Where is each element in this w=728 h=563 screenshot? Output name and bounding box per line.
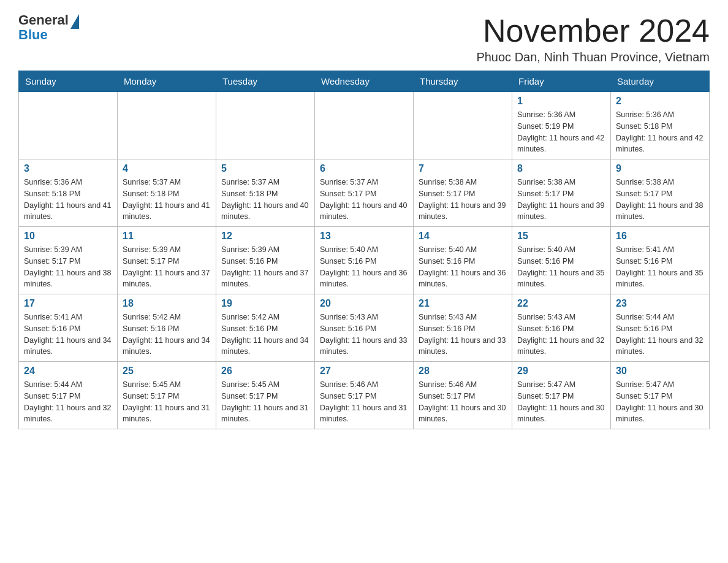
calendar-cell: 11Sunrise: 5:39 AM Sunset: 5:17 PM Dayli… <box>118 227 216 294</box>
day-number: 6 <box>320 163 408 174</box>
calendar-cell: 3Sunrise: 5:36 AM Sunset: 5:18 PM Daylig… <box>19 159 118 227</box>
day-header-tuesday: Tuesday <box>216 71 315 92</box>
calendar-cell: 30Sunrise: 5:47 AM Sunset: 5:17 PM Dayli… <box>611 362 710 429</box>
calendar-cell: 19Sunrise: 5:42 AM Sunset: 5:16 PM Dayli… <box>216 294 315 362</box>
logo-triangle-icon <box>70 14 79 29</box>
day-info: Sunrise: 5:42 AM Sunset: 5:16 PM Dayligh… <box>221 312 309 358</box>
day-number: 29 <box>517 366 605 377</box>
day-info: Sunrise: 5:44 AM Sunset: 5:17 PM Dayligh… <box>24 379 112 425</box>
calendar-cell: 13Sunrise: 5:40 AM Sunset: 5:16 PM Dayli… <box>315 227 414 294</box>
week-row-3: 10Sunrise: 5:39 AM Sunset: 5:17 PM Dayli… <box>19 227 710 294</box>
calendar-cell: 12Sunrise: 5:39 AM Sunset: 5:16 PM Dayli… <box>216 227 315 294</box>
day-header-wednesday: Wednesday <box>315 71 414 92</box>
day-number: 3 <box>24 163 112 174</box>
calendar-cell: 17Sunrise: 5:41 AM Sunset: 5:16 PM Dayli… <box>19 294 118 362</box>
day-number: 7 <box>419 163 507 174</box>
day-info: Sunrise: 5:46 AM Sunset: 5:17 PM Dayligh… <box>320 379 408 425</box>
calendar-cell: 14Sunrise: 5:40 AM Sunset: 5:16 PM Dayli… <box>414 227 512 294</box>
day-header-sunday: Sunday <box>19 71 118 92</box>
calendar-cell <box>414 92 512 159</box>
day-number: 1 <box>517 96 605 107</box>
day-info: Sunrise: 5:36 AM Sunset: 5:18 PM Dayligh… <box>616 109 704 155</box>
day-number: 22 <box>517 298 605 309</box>
day-number: 18 <box>123 298 211 309</box>
logo-blue-text: Blue <box>18 27 48 43</box>
calendar-cell: 7Sunrise: 5:38 AM Sunset: 5:17 PM Daylig… <box>414 159 512 227</box>
calendar-cell: 18Sunrise: 5:42 AM Sunset: 5:16 PM Dayli… <box>118 294 216 362</box>
logo: General Blue <box>18 12 79 43</box>
day-info: Sunrise: 5:45 AM Sunset: 5:17 PM Dayligh… <box>123 379 211 425</box>
day-info: Sunrise: 5:43 AM Sunset: 5:16 PM Dayligh… <box>419 312 507 358</box>
calendar-cell: 24Sunrise: 5:44 AM Sunset: 5:17 PM Dayli… <box>19 362 118 429</box>
calendar-header-row: SundayMondayTuesdayWednesdayThursdayFrid… <box>19 71 710 92</box>
day-info: Sunrise: 5:36 AM Sunset: 5:19 PM Dayligh… <box>517 109 605 155</box>
day-number: 25 <box>123 366 211 377</box>
calendar-cell: 2Sunrise: 5:36 AM Sunset: 5:18 PM Daylig… <box>611 92 710 159</box>
day-number: 23 <box>616 298 704 309</box>
day-number: 13 <box>320 231 408 242</box>
calendar-cell: 16Sunrise: 5:41 AM Sunset: 5:16 PM Dayli… <box>611 227 710 294</box>
day-number: 26 <box>221 366 309 377</box>
day-number: 19 <box>221 298 309 309</box>
calendar-cell: 9Sunrise: 5:38 AM Sunset: 5:17 PM Daylig… <box>611 159 710 227</box>
day-number: 16 <box>616 231 704 242</box>
day-info: Sunrise: 5:37 AM Sunset: 5:17 PM Dayligh… <box>320 177 408 223</box>
week-row-1: 1Sunrise: 5:36 AM Sunset: 5:19 PM Daylig… <box>19 92 710 159</box>
calendar-cell: 23Sunrise: 5:44 AM Sunset: 5:16 PM Dayli… <box>611 294 710 362</box>
day-info: Sunrise: 5:43 AM Sunset: 5:16 PM Dayligh… <box>517 312 605 358</box>
day-info: Sunrise: 5:44 AM Sunset: 5:16 PM Dayligh… <box>616 312 704 358</box>
day-info: Sunrise: 5:46 AM Sunset: 5:17 PM Dayligh… <box>419 379 507 425</box>
day-number: 30 <box>616 366 704 377</box>
calendar-cell <box>19 92 118 159</box>
day-info: Sunrise: 5:37 AM Sunset: 5:18 PM Dayligh… <box>123 177 211 223</box>
day-number: 17 <box>24 298 112 309</box>
calendar-cell: 26Sunrise: 5:45 AM Sunset: 5:17 PM Dayli… <box>216 362 315 429</box>
day-info: Sunrise: 5:41 AM Sunset: 5:16 PM Dayligh… <box>24 312 112 358</box>
day-info: Sunrise: 5:45 AM Sunset: 5:17 PM Dayligh… <box>221 379 309 425</box>
day-number: 4 <box>123 163 211 174</box>
calendar-cell <box>118 92 216 159</box>
day-info: Sunrise: 5:42 AM Sunset: 5:16 PM Dayligh… <box>123 312 211 358</box>
day-info: Sunrise: 5:40 AM Sunset: 5:16 PM Dayligh… <box>517 244 605 290</box>
title-area: November 2024 Phuoc Dan, Ninh Thuan Prov… <box>476 12 710 64</box>
day-header-monday: Monday <box>118 71 216 92</box>
day-number: 28 <box>419 366 507 377</box>
calendar-cell: 29Sunrise: 5:47 AM Sunset: 5:17 PM Dayli… <box>512 362 611 429</box>
day-info: Sunrise: 5:39 AM Sunset: 5:17 PM Dayligh… <box>123 244 211 290</box>
day-info: Sunrise: 5:39 AM Sunset: 5:16 PM Dayligh… <box>221 244 309 290</box>
calendar-cell: 1Sunrise: 5:36 AM Sunset: 5:19 PM Daylig… <box>512 92 611 159</box>
day-info: Sunrise: 5:40 AM Sunset: 5:16 PM Dayligh… <box>419 244 507 290</box>
week-row-5: 24Sunrise: 5:44 AM Sunset: 5:17 PM Dayli… <box>19 362 710 429</box>
day-info: Sunrise: 5:47 AM Sunset: 5:17 PM Dayligh… <box>616 379 704 425</box>
day-info: Sunrise: 5:43 AM Sunset: 5:16 PM Dayligh… <box>320 312 408 358</box>
day-number: 10 <box>24 231 112 242</box>
calendar-cell: 10Sunrise: 5:39 AM Sunset: 5:17 PM Dayli… <box>19 227 118 294</box>
day-info: Sunrise: 5:36 AM Sunset: 5:18 PM Dayligh… <box>24 177 112 223</box>
day-number: 11 <box>123 231 211 242</box>
day-info: Sunrise: 5:47 AM Sunset: 5:17 PM Dayligh… <box>517 379 605 425</box>
day-header-saturday: Saturday <box>611 71 710 92</box>
calendar-cell: 20Sunrise: 5:43 AM Sunset: 5:16 PM Dayli… <box>315 294 414 362</box>
day-info: Sunrise: 5:38 AM Sunset: 5:17 PM Dayligh… <box>419 177 507 223</box>
day-number: 21 <box>419 298 507 309</box>
day-number: 9 <box>616 163 704 174</box>
calendar-cell <box>315 92 414 159</box>
day-number: 20 <box>320 298 408 309</box>
calendar-title: November 2024 <box>476 12 710 49</box>
calendar-cell: 28Sunrise: 5:46 AM Sunset: 5:17 PM Dayli… <box>414 362 512 429</box>
week-row-4: 17Sunrise: 5:41 AM Sunset: 5:16 PM Dayli… <box>19 294 710 362</box>
day-info: Sunrise: 5:37 AM Sunset: 5:18 PM Dayligh… <box>221 177 309 223</box>
day-number: 2 <box>616 96 704 107</box>
day-number: 14 <box>419 231 507 242</box>
day-number: 24 <box>24 366 112 377</box>
page-header: General Blue November 2024 Phuoc Dan, Ni… <box>18 12 710 64</box>
day-info: Sunrise: 5:38 AM Sunset: 5:17 PM Dayligh… <box>616 177 704 223</box>
calendar-cell: 4Sunrise: 5:37 AM Sunset: 5:18 PM Daylig… <box>118 159 216 227</box>
calendar-cell: 8Sunrise: 5:38 AM Sunset: 5:17 PM Daylig… <box>512 159 611 227</box>
day-info: Sunrise: 5:38 AM Sunset: 5:17 PM Dayligh… <box>517 177 605 223</box>
calendar-cell: 21Sunrise: 5:43 AM Sunset: 5:16 PM Dayli… <box>414 294 512 362</box>
calendar-subtitle: Phuoc Dan, Ninh Thuan Province, Vietnam <box>476 50 710 64</box>
calendar-cell: 25Sunrise: 5:45 AM Sunset: 5:17 PM Dayli… <box>118 362 216 429</box>
day-info: Sunrise: 5:40 AM Sunset: 5:16 PM Dayligh… <box>320 244 408 290</box>
calendar-cell <box>216 92 315 159</box>
